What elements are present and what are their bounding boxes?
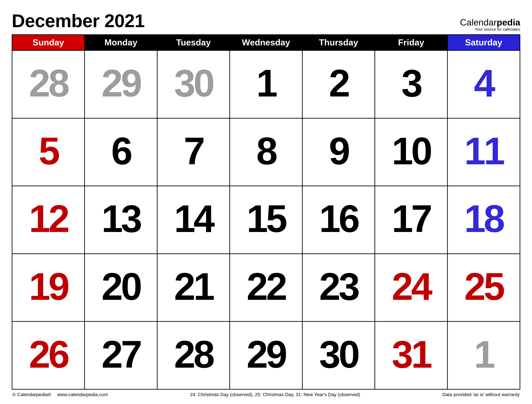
weekday-wednesday: Wednesday	[230, 35, 302, 51]
day-cell: 28	[157, 321, 230, 389]
day-cell: 18	[448, 186, 520, 254]
calendar-row: 2627282930311	[12, 321, 520, 389]
day-cell: 29	[230, 321, 302, 389]
weekday-friday: Friday	[375, 35, 447, 51]
day-cell: 16	[302, 186, 375, 254]
footer-copyright: © Calendarpedia®	[13, 392, 51, 397]
brand-prefix: Calendar	[460, 17, 497, 27]
day-cell: 20	[84, 254, 157, 322]
day-cell: 19	[12, 254, 84, 322]
day-cell: 17	[375, 186, 447, 254]
weekday-header-row: Sunday Monday Tuesday Wednesday Thursday…	[12, 35, 520, 51]
day-cell: 22	[230, 254, 302, 322]
brand-name: Calendarpedia	[460, 18, 520, 27]
day-cell: 4	[448, 51, 520, 118]
footer-holidays: 24: Christmas Day (observed), 25: Christ…	[190, 392, 360, 397]
brand-tagline: Your source for calendars	[460, 27, 520, 31]
calendar-row: 12131415161718	[12, 186, 520, 254]
day-cell: 7	[157, 118, 230, 186]
day-cell: 13	[84, 186, 157, 254]
day-cell: 1	[448, 321, 520, 389]
footer: © Calendarpedia® www.calendarpedia.com 2…	[12, 390, 520, 397]
day-cell: 5	[12, 118, 84, 186]
day-cell: 6	[84, 118, 157, 186]
day-cell: 10	[375, 118, 447, 186]
day-cell: 1	[230, 51, 302, 118]
day-cell: 3	[375, 51, 447, 118]
day-cell: 30	[302, 321, 375, 389]
calendar-row: 2829301234	[12, 51, 520, 118]
day-cell: 2	[302, 51, 375, 118]
footer-left: © Calendarpedia® www.calendarpedia.com	[13, 392, 108, 397]
calendar-body: 2829301234567891011121314151617181920212…	[12, 51, 520, 389]
footer-url: www.calendarpedia.com	[57, 392, 108, 397]
weekday-monday: Monday	[84, 35, 157, 51]
weekday-saturday: Saturday	[448, 35, 520, 51]
footer-disclaimer: Data provided 'as is' without warranty	[442, 392, 519, 397]
header: December 2021 Calendarpedia Your source …	[12, 10, 520, 34]
day-cell: 14	[157, 186, 230, 254]
day-cell: 25	[448, 254, 520, 322]
day-cell: 28	[12, 51, 84, 118]
brand-block: Calendarpedia Your source for calendars	[460, 18, 520, 31]
day-cell: 12	[12, 186, 84, 254]
page-title: December 2021	[12, 10, 145, 31]
day-cell: 15	[230, 186, 302, 254]
day-cell: 24	[375, 254, 447, 322]
calendar-grid: Sunday Monday Tuesday Wednesday Thursday…	[12, 34, 520, 390]
day-cell: 30	[157, 51, 230, 118]
day-cell: 8	[230, 118, 302, 186]
brand-suffix: pedia	[497, 17, 520, 27]
day-cell: 27	[84, 321, 157, 389]
day-cell: 29	[84, 51, 157, 118]
weekday-tuesday: Tuesday	[157, 35, 230, 51]
weekday-thursday: Thursday	[302, 35, 375, 51]
calendar-row: 567891011	[12, 118, 520, 186]
day-cell: 26	[12, 321, 84, 389]
day-cell: 31	[375, 321, 447, 389]
calendar-row: 19202122232425	[12, 254, 520, 322]
day-cell: 11	[448, 118, 520, 186]
weekday-sunday: Sunday	[12, 35, 84, 51]
day-cell: 21	[157, 254, 230, 322]
day-cell: 9	[302, 118, 375, 186]
day-cell: 23	[302, 254, 375, 322]
